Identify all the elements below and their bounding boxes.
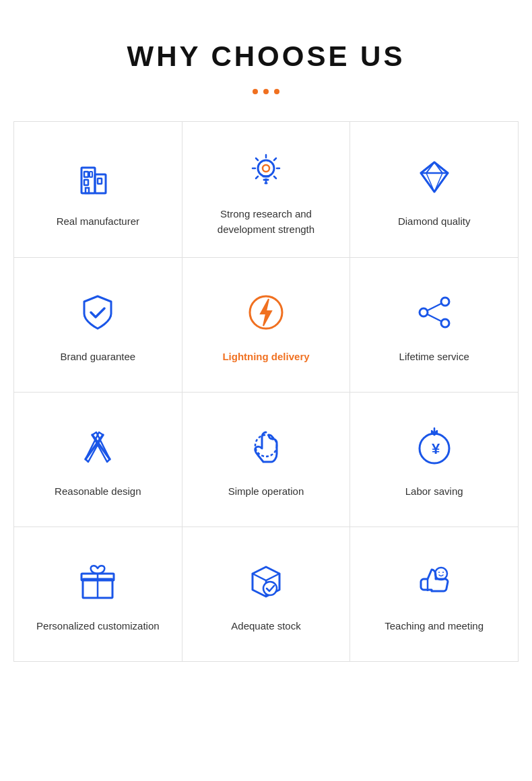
cell-simple-operation: Simple operation bbox=[182, 393, 351, 527]
cell-lifetime-service: Lifetime service bbox=[350, 258, 519, 393]
svg-marker-30 bbox=[261, 299, 271, 326]
real-manufacturer-label: Real manufacturer bbox=[57, 214, 139, 230]
svg-point-32 bbox=[420, 308, 428, 316]
svg-rect-2 bbox=[84, 172, 88, 177]
research-development-label: Strong research and development strength bbox=[196, 207, 337, 237]
svg-point-50 bbox=[442, 572, 444, 573]
lightning-delivery-label: Lightning delivery bbox=[222, 349, 309, 365]
lifetime-service-icon bbox=[411, 289, 458, 336]
cell-brand-guarantee: Brand guarantee bbox=[14, 258, 182, 393]
teaching-meeting-icon bbox=[411, 558, 458, 605]
svg-line-15 bbox=[274, 158, 276, 160]
svg-line-35 bbox=[428, 314, 441, 321]
cell-real-manufacturer: Real manufacturer bbox=[14, 122, 182, 258]
cell-labor-saving: ¥ Labor saving bbox=[350, 393, 519, 527]
reasonable-design-icon bbox=[74, 423, 121, 471]
reasonable-design-label: Reasonable design bbox=[55, 484, 141, 500]
dot-2 bbox=[263, 89, 269, 94]
research-development-icon bbox=[242, 146, 290, 193]
svg-line-13 bbox=[256, 158, 258, 160]
svg-marker-22 bbox=[421, 162, 448, 173]
page-title: WHY CHOOSE US bbox=[127, 40, 405, 73]
adequate-stock-icon bbox=[242, 558, 290, 605]
svg-point-33 bbox=[441, 319, 449, 327]
svg-point-31 bbox=[441, 298, 449, 306]
svg-point-46 bbox=[263, 582, 277, 595]
labor-saving-label: Labor saving bbox=[405, 484, 463, 500]
cell-adequate-stock: Adequate stock bbox=[182, 527, 351, 662]
real-manufacturer-icon bbox=[74, 154, 121, 201]
labor-saving-icon: ¥ bbox=[411, 423, 458, 471]
brand-guarantee-icon bbox=[74, 289, 121, 336]
cell-teaching-meeting: Teaching and meeting bbox=[350, 527, 519, 662]
svg-line-16 bbox=[256, 176, 258, 178]
svg-rect-3 bbox=[84, 180, 88, 185]
lightning-delivery-icon bbox=[242, 289, 290, 336]
brand-guarantee-label: Brand guarantee bbox=[60, 349, 135, 365]
svg-rect-7 bbox=[86, 188, 89, 193]
cell-research-development: Strong research and development strength bbox=[182, 122, 351, 258]
adequate-stock-label: Adequate stock bbox=[231, 619, 300, 634]
svg-line-14 bbox=[274, 176, 276, 178]
simple-operation-label: Simple operation bbox=[228, 484, 304, 500]
dot-3 bbox=[274, 89, 279, 94]
svg-rect-5 bbox=[98, 178, 102, 184]
personalized-customization-icon bbox=[74, 558, 121, 605]
cell-diamond-quality: Diamond quality bbox=[350, 122, 519, 258]
features-grid: Real manufacturer Strong research and d bbox=[13, 121, 519, 662]
diamond-quality-label: Diamond quality bbox=[398, 214, 471, 230]
teaching-meeting-label: Teaching and meeting bbox=[385, 619, 484, 634]
cell-lightning-delivery: Lightning delivery bbox=[182, 258, 351, 393]
diamond-quality-icon bbox=[411, 154, 458, 201]
svg-marker-21 bbox=[421, 162, 448, 192]
svg-point-20 bbox=[263, 165, 269, 172]
svg-text:¥: ¥ bbox=[432, 440, 440, 457]
svg-line-34 bbox=[428, 304, 441, 310]
svg-point-48 bbox=[435, 568, 447, 580]
decorative-dots bbox=[253, 89, 279, 94]
cell-personalized-customization: Personalized customization bbox=[14, 527, 182, 662]
svg-rect-4 bbox=[90, 172, 92, 177]
svg-point-8 bbox=[258, 160, 274, 176]
simple-operation-icon bbox=[242, 423, 290, 471]
cell-reasonable-design: Reasonable design bbox=[14, 393, 182, 527]
dot-1 bbox=[253, 89, 258, 94]
personalized-customization-label: Personalized customization bbox=[36, 619, 160, 634]
lifetime-service-label: Lifetime service bbox=[399, 349, 469, 365]
svg-point-49 bbox=[438, 572, 440, 573]
